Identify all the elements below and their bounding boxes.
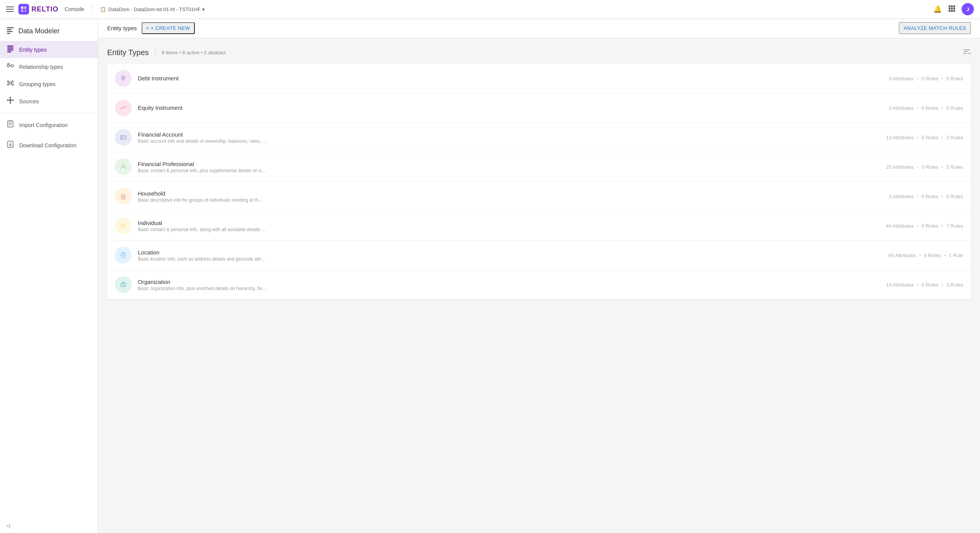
svg-line-34 xyxy=(11,83,12,84)
svg-rect-9 xyxy=(953,8,955,10)
svg-rect-6 xyxy=(953,5,955,7)
svg-rect-11 xyxy=(951,10,953,12)
breadcrumb-dropdown[interactable]: DataDom - DataDom-tst-01-hf - TST01HF ▾ xyxy=(108,7,205,12)
svg-rect-10 xyxy=(949,10,951,12)
sidebar-item-relationship-types[interactable]: Relationship types xyxy=(0,58,98,75)
breadcrumb-arrow: ▾ xyxy=(202,7,205,12)
sidebar-item-grouping-types[interactable]: Grouping types xyxy=(0,75,98,93)
entity-type-row[interactable]: Organization Basic organization info, pl… xyxy=(107,270,971,299)
entity-type-name: Financial Account xyxy=(138,131,886,138)
content-area: Entity types + + CREATE NEW ANALYZE MATC… xyxy=(98,18,980,533)
entity-type-roles: 0 Roles xyxy=(921,105,938,111)
svg-point-24 xyxy=(8,63,9,65)
entity-type-icon xyxy=(115,276,132,293)
entity-type-info: Location Basic location info, such as ad… xyxy=(138,249,889,262)
sort-icon[interactable]: Az xyxy=(962,47,971,58)
entity-types-icon xyxy=(6,45,15,54)
svg-rect-7 xyxy=(949,8,951,10)
notifications-bell-icon[interactable]: 🔔 xyxy=(933,5,942,13)
sidebar-item-import-configuration[interactable]: Import Configuration xyxy=(0,116,98,134)
relationship-types-icon xyxy=(6,62,15,72)
entity-type-attributes: 0 Attributes xyxy=(889,76,914,81)
entity-type-rules: 0 Rules xyxy=(946,194,963,199)
svg-rect-5 xyxy=(951,5,953,7)
svg-rect-1 xyxy=(24,7,26,9)
grouping-types-icon xyxy=(6,79,15,89)
sidebar-item-sources[interactable]: Sources xyxy=(0,93,98,110)
sidebar-item-relationship-types-label: Relationship types xyxy=(19,64,63,70)
apps-grid-icon[interactable] xyxy=(948,5,956,14)
entity-type-row[interactable]: Financial Account Basic account info and… xyxy=(107,123,971,152)
entity-type-name: Organization xyxy=(138,279,886,285)
entity-type-stats: 25 Attributes • 0 Roles • 5 Rules xyxy=(886,164,963,170)
analyze-match-rules-button[interactable]: ANALYZE MATCH RULES xyxy=(899,22,971,34)
entity-type-roles: 0 Roles xyxy=(921,76,938,81)
svg-rect-4 xyxy=(949,5,951,7)
sidebar-item-download-configuration[interactable]: Download Configuration xyxy=(0,137,98,154)
download-configuration-icon xyxy=(6,140,15,150)
sidebar-collapse-button[interactable]: ◁ xyxy=(0,518,98,533)
entity-type-row[interactable]: Location Basic location info, such as ad… xyxy=(107,241,971,270)
svg-rect-14 xyxy=(7,29,11,30)
svg-rect-65 xyxy=(123,197,124,199)
entity-type-attributes: 85 Attributes xyxy=(889,253,916,258)
entity-type-name: Debt Instrument xyxy=(138,75,889,81)
entity-type-stats: 85 Attributes • 0 Roles • 1 Rule xyxy=(889,253,963,258)
svg-rect-3 xyxy=(24,10,26,12)
svg-rect-2 xyxy=(21,10,23,12)
create-new-button[interactable]: + + CREATE NEW xyxy=(142,22,195,34)
user-avatar[interactable]: J xyxy=(962,3,974,15)
sidebar-title: Data Modeler xyxy=(18,27,60,35)
entity-type-info: Organization Basic organization info, pl… xyxy=(138,279,886,291)
breadcrumb[interactable]: 📋 DataDom - DataDom-tst-01-hf - TST01HF … xyxy=(100,7,205,12)
create-new-label: + CREATE NEW xyxy=(151,25,190,31)
svg-rect-18 xyxy=(7,47,13,49)
entity-type-roles: 0 Roles xyxy=(921,223,938,229)
svg-point-28 xyxy=(12,81,13,82)
entity-type-icon xyxy=(115,188,132,205)
entity-type-row[interactable]: Financial Professional Basic contact & p… xyxy=(107,152,971,182)
analyze-match-rules-label: ANALYZE MATCH RULES xyxy=(903,25,966,31)
entity-type-row[interactable]: Individual Basic contact & personal info… xyxy=(107,211,971,241)
sidebar-item-sources-label: Sources xyxy=(19,98,39,104)
entity-type-attributes: 13 Attributes xyxy=(886,135,913,140)
entity-type-attributes: 25 Attributes xyxy=(886,164,913,170)
entity-type-stats: 3 Attributes • 0 Roles • 0 Rules xyxy=(889,194,963,199)
entity-type-roles: 0 Roles xyxy=(921,194,938,199)
entity-type-description: Basic contact & personal info, plus supp… xyxy=(138,168,886,173)
entity-type-rules: 1 Rule xyxy=(949,253,963,258)
entity-type-icon xyxy=(115,217,132,234)
entity-type-row[interactable]: Household Basic descriptive info for gro… xyxy=(107,182,971,211)
entity-type-rules: 7 Rules xyxy=(946,223,963,229)
entity-type-description: Basic organization info, plus enriched d… xyxy=(138,286,886,291)
sidebar-item-import-configuration-label: Import Configuration xyxy=(19,122,68,128)
entity-type-row[interactable]: Equity Instrument 0 Attributes • 0 Roles… xyxy=(107,93,971,123)
section-title: Entity Types xyxy=(107,48,149,57)
collapse-icon: ◁ xyxy=(6,523,10,528)
entity-type-icon xyxy=(115,158,132,175)
sidebar-item-entity-types[interactable]: Entity types xyxy=(0,41,98,58)
entity-type-attributes: 0 Attributes xyxy=(889,105,914,111)
import-configuration-icon xyxy=(6,120,15,130)
entity-type-roles: 0 Roles xyxy=(921,135,938,140)
entity-type-icon xyxy=(115,70,132,87)
entity-type-row[interactable]: Debt Instrument 0 Attributes • 0 Roles •… xyxy=(107,64,971,93)
entity-type-rules: 0 Rules xyxy=(946,105,963,111)
logo-icon xyxy=(18,4,29,15)
topbar: RELTIO Console 📋 DataDom - DataDom-tst-0… xyxy=(0,0,980,18)
logo: RELTIO xyxy=(18,4,59,15)
entity-type-roles: 0 Roles xyxy=(921,164,938,170)
entity-type-stats: 0 Attributes • 0 Roles • 0 Rules xyxy=(889,76,963,81)
svg-rect-60 xyxy=(121,138,123,139)
main-layout: Data Modeler Entity types xyxy=(0,18,980,533)
entity-type-info: Financial Account Basic account info and… xyxy=(138,131,886,144)
svg-line-33 xyxy=(9,83,9,84)
svg-rect-0 xyxy=(21,7,23,9)
entity-type-icon xyxy=(115,129,132,146)
svg-point-57 xyxy=(119,133,128,142)
hamburger-menu[interactable] xyxy=(6,7,14,12)
entity-type-icon xyxy=(115,99,132,116)
content-header: Entity types + + CREATE NEW ANALYZE MATC… xyxy=(98,18,980,38)
entity-type-info: Equity Instrument xyxy=(138,104,889,112)
entity-type-info: Debt Instrument xyxy=(138,75,889,82)
